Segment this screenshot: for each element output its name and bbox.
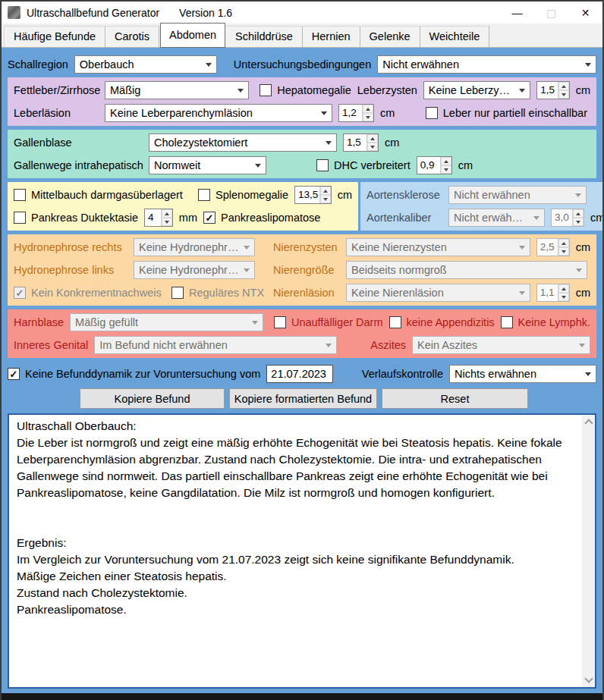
spin-up-icon[interactable] (162, 209, 172, 218)
copy-report-button[interactable]: Kopiere Befund (80, 388, 225, 409)
gallbladder-size-stepper[interactable]: 1,5 (343, 133, 379, 152)
liver-partial-checkbox[interactable]: Leber nur partiell einschallbar (426, 107, 587, 119)
appendicitis-checkbox[interactable]: keine Appendizitis (389, 316, 495, 328)
aortic-sclerosis-dropdown: Nicht erwähnen (448, 186, 587, 204)
pancreas-duct-checkbox[interactable]: Pankreas Duktektasie (14, 212, 138, 224)
window-title: Ultraschallbefund Generator (27, 7, 159, 19)
scroll-up-icon[interactable] (584, 419, 593, 427)
dhc-size-stepper[interactable]: 0,9 (417, 156, 452, 174)
liver-cysts-dropdown[interactable]: Keine Leberzysten (423, 81, 530, 99)
tab-abdomen[interactable]: Abdomen (160, 23, 225, 48)
spleen-size-stepper[interactable]: 13,5 (294, 186, 332, 204)
reset-button[interactable]: Reset (382, 388, 528, 409)
region-dropdown[interactable]: Oberbauch (74, 55, 217, 74)
spin-down-icon[interactable] (558, 90, 569, 99)
chevron-down-icon (519, 89, 525, 96)
gallbladder-panel: Gallenblase Cholezystektomiert 1,5 cm Ga… (8, 130, 596, 178)
followup-row: ✓ Keine Befunddynamik zur Voruntersuchun… (8, 365, 596, 383)
liver-cysts-size-stepper[interactable]: 1,5 (536, 81, 570, 99)
report-scrollbar[interactable] (582, 415, 595, 687)
title-bar: Ultraschallbefund Generator Version 1.6 … (2, 2, 602, 24)
hepatomegaly-checkbox[interactable]: Hepatomegalie (260, 84, 351, 96)
chevron-down-icon (244, 246, 250, 253)
kidney-lesion-label: Nierenläsion (273, 287, 340, 299)
unit-label: cm (380, 107, 395, 119)
gallbladder-dropdown[interactable]: Cholezystektomiert (149, 133, 337, 152)
chevron-down-icon (252, 321, 258, 328)
kidney-cysts-dropdown: Keine Nierenzysten (346, 238, 530, 256)
spin-down-icon[interactable] (363, 113, 373, 121)
app-window: Ultraschallbefund Generator Version 1.6 … (0, 0, 604, 700)
previous-exam-date-field[interactable] (266, 365, 333, 383)
bowel-checkbox[interactable]: Unauffälliger Darm (274, 316, 383, 328)
hydro-left-dropdown: Keine Hydronephrose (134, 261, 255, 279)
close-button[interactable]: ✕ (568, 2, 602, 24)
scroll-down-icon[interactable] (584, 674, 593, 683)
chevron-down-icon (206, 63, 212, 70)
followup-control-label: Verlaufskontrolle (362, 368, 443, 380)
spin-up-icon (558, 284, 569, 293)
dhc-checkbox[interactable]: DHC verbreitert (316, 159, 411, 171)
tab-hernien[interactable]: Hernien (303, 26, 360, 47)
spin-up-icon[interactable] (367, 134, 378, 143)
liver-lesion-dropdown[interactable]: Keine Leberparenchymläsion (105, 104, 332, 122)
pancreas-duct-size-stepper[interactable]: 4 (144, 209, 173, 227)
lymph-checkbox[interactable]: Keine Lymphk. (501, 316, 590, 328)
kidney-lesion-dropdown: Keine Nierenläsion (346, 284, 530, 302)
liver-lesion-size-stepper[interactable]: 1,2 (338, 104, 374, 122)
conditions-dropdown[interactable]: Nicht erwähnen (377, 55, 596, 74)
kidney-size-label: Nierengröße (273, 264, 340, 276)
spin-down-icon[interactable] (162, 218, 172, 226)
tab-weichteile[interactable]: Weichteile (420, 26, 490, 47)
chevron-down-icon (585, 63, 591, 70)
region-row: Schallregion Oberbauch Untersuchungsbedi… (8, 55, 596, 74)
copy-formatted-report-button[interactable]: Kopiere formatierten Befund (229, 388, 377, 409)
spin-up-icon[interactable] (441, 157, 451, 165)
tab-bar: Häufige Befunde Carotis Abdomen Schilddr… (2, 24, 602, 48)
ntx-checkbox[interactable]: Reguläres NTX (171, 287, 261, 299)
urinary-bladder-dropdown: Mäßig gefüllt (70, 313, 263, 331)
tab-schilddruese[interactable]: Schilddrüse (226, 26, 303, 47)
bowel-gas-checkbox[interactable]: Mittelbauch darmgasüberlagert (14, 189, 192, 201)
bile-ducts-dropdown[interactable]: Normweit (149, 156, 266, 174)
tab-gelenke[interactable]: Gelenke (360, 26, 420, 47)
spin-down-icon (573, 218, 584, 226)
unit-label: cm (385, 137, 399, 149)
chevron-down-icon (326, 141, 332, 148)
tab-haeufige-befunde[interactable]: Häufige Befunde (4, 26, 105, 47)
chevron-down-icon (238, 89, 244, 96)
spin-down-icon[interactable] (441, 165, 451, 174)
spin-down-icon[interactable] (367, 143, 378, 151)
fatty-liver-dropdown[interactable]: Mäßig (105, 81, 249, 99)
followup-control-dropdown[interactable]: Nichts erwähnen (449, 365, 596, 383)
unit-label: cm (458, 159, 473, 171)
spin-down-icon (558, 293, 569, 301)
unit-label: cm (590, 212, 602, 224)
splenomegaly-checkbox[interactable]: Splenomegalie (198, 189, 288, 201)
bile-ducts-label: Gallenwege intrahepatisch (14, 159, 143, 171)
chevron-down-icon (576, 268, 582, 275)
spin-up-icon[interactable] (320, 187, 331, 195)
chevron-down-icon (533, 216, 540, 223)
kidney-size-dropdown: Beidseits normgroß (346, 261, 587, 279)
abdomen-tab-content: Schallregion Oberbauch Untersuchungsbedi… (2, 48, 602, 693)
unit-label: cm (576, 241, 590, 253)
chevron-down-icon (326, 344, 332, 350)
version-label: Version 1.6 (179, 7, 232, 19)
spin-up-icon[interactable] (363, 105, 373, 113)
spin-down-icon[interactable] (320, 195, 331, 203)
no-stone-checkbox: ✓ Kein Konkrementnachweis (14, 287, 165, 299)
tab-carotis[interactable]: Carotis (105, 26, 159, 47)
pancreas-lipomatosis-checkbox[interactable]: ✓ Pankreaslipomatose (203, 212, 320, 224)
no-dynamics-checkbox[interactable]: ✓ Keine Befunddynamik zur Voruntersuchun… (8, 368, 260, 380)
chevron-down-icon (585, 372, 591, 379)
urinary-bladder-label: Harnblase (14, 316, 64, 328)
liver-panel: Fettleber/Zirrhose Mäßig Hepatomegalie L… (8, 77, 596, 126)
app-icon (8, 6, 20, 19)
chevron-down-icon (519, 291, 525, 298)
minimize-button[interactable]: — (500, 2, 534, 24)
report-text[interactable]: Ultraschall Oberbauch: Die Leber ist nor… (9, 415, 582, 687)
aortic-caliber-dropdown: Nicht erwähnen (448, 209, 545, 227)
spin-up-icon[interactable] (558, 82, 569, 90)
ascites-label: Aszites (370, 339, 406, 351)
